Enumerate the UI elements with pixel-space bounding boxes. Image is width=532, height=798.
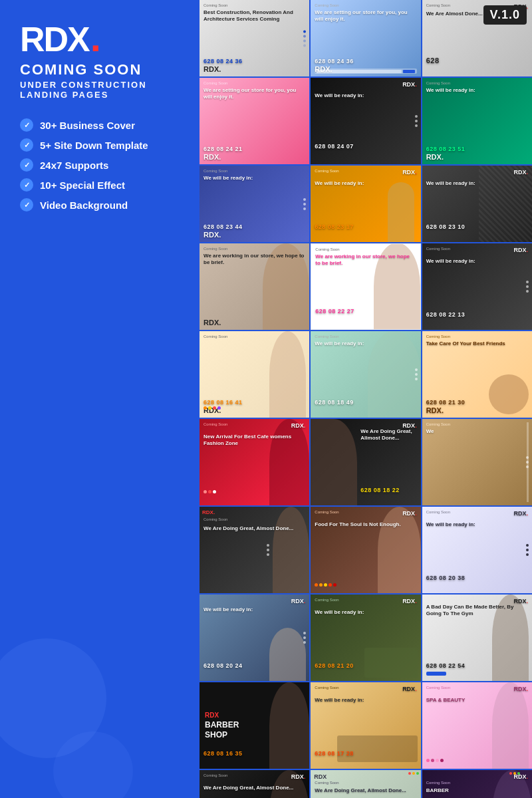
brand-logo: RDX. [20, 19, 180, 57]
thumb-title-9: We will be ready in: [426, 180, 528, 187]
thumb-counter-11: 628 08 22 27 [315, 308, 354, 315]
thumb-coming-3: Coming Soon [426, 3, 450, 7]
subtitle-line2: UNDER CONSTRUCTION [20, 80, 180, 90]
thumb-counter-3: 628 [426, 57, 440, 65]
thumb-brand-10: RDX. [203, 319, 221, 327]
thumb-counter-5: 628 08 24 07 [315, 143, 354, 150]
thumbnail-5[interactable]: RDX. We will be ready in: 628 08 24 07 [311, 78, 420, 164]
rdx-logo-8: RDX. [402, 169, 417, 176]
thumb-coming-2: Coming Soon [315, 3, 338, 7]
feature-item-5: ✓ Video Background [20, 198, 180, 211]
thumb-title-19: We Are Doing Great, Almost Done... [203, 525, 305, 532]
thumbnail-8[interactable]: RDX. Coming Soon We will be ready in: 62… [311, 166, 420, 242]
thumb-counter-14: 628 08 18 49 [315, 399, 354, 406]
thumb-title-11: We are working in our store, we hope to … [315, 253, 416, 267]
thumb-counter-12: 628 08 22 13 [426, 311, 466, 318]
feature-item-1: ✓ 30+ Business Cover [20, 118, 180, 132]
subtitle-line3: LANDING PAGES [20, 90, 180, 100]
feature-label-5: Video Background [40, 200, 128, 211]
thumbnail-15[interactable]: Coming Soon Take Care Of Your Best Frien… [422, 331, 532, 418]
circles-27 [426, 759, 444, 762]
thumbnail-4[interactable]: Coming Soon We are setting our store for… [200, 78, 309, 164]
thumb-brand-15: RDX. [426, 406, 444, 414]
thumbnail-25[interactable]: RDX BARBERSHOP 628 08 16 35 [200, 682, 309, 769]
thumbnail-19[interactable]: RDX. Coming Soon We Are Doing Great, Alm… [200, 507, 309, 593]
side-dots-5 [415, 115, 418, 127]
thumbnail-26[interactable]: RDX. Coming Soon We will be ready in: 62… [311, 682, 420, 769]
grid-wrapper: Coming Soon Best Construction, Renovatio… [200, 0, 532, 798]
thumb-title-10: We are working in our store, we hope to … [203, 253, 305, 267]
side-dots-14 [415, 368, 418, 380]
rdx-logo-26: RDX. [402, 686, 417, 692]
rdx-logo-22: RDX. [291, 598, 306, 604]
side-dots-18 [526, 456, 529, 468]
thumbnail-1[interactable]: Coming Soon Best Construction, Renovatio… [200, 0, 309, 76]
thumbnail-27[interactable]: RDX. Coming Soon SPA & BEAUTY [422, 682, 532, 769]
feature-item-3: ✓ 24x7 Supports [20, 158, 180, 172]
thumb-title-6: We will be ready in: [426, 87, 528, 94]
thumb-coming-29: Coming Soon [315, 781, 338, 785]
thumb-counter-23: 628 08 21 20 [315, 662, 354, 669]
thumb-title-7: We will be ready in: [203, 175, 305, 182]
thumbnail-20[interactable]: RDX. Coming Soon Food For The Soul Is No… [311, 507, 420, 593]
thumb-coming-23: Coming Soon [315, 598, 338, 602]
thumb-title-24: A Bad Day Can Be Made Better, By Going T… [426, 604, 528, 618]
thumbnail-13[interactable]: Coming Soon 628 08 16 41 RDX. [200, 331, 309, 418]
thumbnail-23[interactable]: RDX. Coming Soon We will be ready in: 62… [311, 595, 420, 681]
rdx-logo-9: RDX. [513, 169, 528, 176]
thumb-counter-6: 628 08 23 51 [426, 146, 466, 152]
thumb-brand-1: RDX. [203, 65, 221, 73]
thumb-brand-7: RDX. [203, 231, 221, 239]
thumb-title-12: We will be ready in: [426, 258, 528, 265]
thumbnail-30[interactable]: RDX. Coming Soon BARBER 628 08 15 43 [422, 770, 532, 798]
barber-rdx-25: RDX [205, 712, 304, 719]
thumb-coming-11: Coming Soon [315, 247, 339, 251]
thumb-counter-17: 628 08 18 22 [360, 487, 400, 493]
feature-item-2: ✓ 5+ Site Down Template [20, 138, 180, 152]
thumb-title-16: New Arrival For Best Cafe womens Fashion… [203, 434, 305, 448]
thumb-title-18: We [426, 428, 528, 435]
thumb-counter-2: 628 08 24 36 [315, 58, 354, 65]
feature-label-4: 10+ Special Effect [40, 180, 125, 191]
thumb-title-27: SPA & BEAUTY [426, 697, 528, 704]
thumb-title-15: Take Care Of Your Best Friends [426, 340, 528, 347]
circles-row-13 [203, 406, 221, 410]
thumb-coming-21: Coming Soon [426, 510, 450, 514]
thumb-coming-7: Coming Soon [203, 169, 227, 173]
thumb-counter-9: 628 08 23 10 [426, 223, 466, 230]
thumb-coming-6: Coming Soon [426, 81, 450, 85]
thumbnail-12[interactable]: RDX. Coming Soon We will be ready in: 62… [422, 243, 532, 330]
thumb-title-14: We will be ready in: [315, 340, 416, 347]
brand-dot: . [90, 19, 100, 57]
thumbnail-9[interactable]: RDX. We will be ready in: 628 08 23 10 [422, 166, 532, 242]
thumb-title-20: Food For The Soul Is Not Enough. [315, 521, 416, 528]
rdx-logo-27: RDX. [513, 686, 528, 692]
thumbnail-16[interactable]: RDX. Coming Soon New Arrival For Best Ca… [200, 419, 309, 505]
thumb-coming-18: Coming Soon [426, 422, 450, 426]
thumbnail-7[interactable]: Coming Soon We will be ready in: 628 08 … [200, 166, 309, 242]
rdx-label-19: RDX. [202, 509, 215, 515]
thumb-title-2: We are setting our store for you, you wi… [315, 9, 416, 23]
thumb-counter-7: 628 08 23 44 [203, 223, 243, 230]
thumbnail-28[interactable]: RDX. Coming Soon We Are Doing Great, Alm… [200, 770, 309, 798]
thumbnail-14[interactable]: Coming Soon We will be ready in: 628 08 … [311, 331, 420, 418]
thumb-title-29: We Are Doing Great, Allmost Done... [315, 787, 416, 794]
thumbnail-29[interactable]: RDX Coming Soon We Are Doing Great, Allm… [311, 770, 420, 798]
thumbnail-21[interactable]: RDX. Coming Soon We will be ready in: 62… [422, 507, 532, 593]
thumbnail-22[interactable]: RDX. We will be ready in: 628 08 20 24 [200, 595, 309, 681]
thumbnail-11[interactable]: Coming Soon We are working in our store,… [311, 243, 420, 330]
thumb-title-30: BARBER [426, 787, 528, 794]
thumb-title-23: We will be ready in: [315, 609, 416, 616]
rdx-logo-12: RDX. [513, 247, 528, 253]
thumb-brand-4: RDX. [203, 153, 221, 161]
thumbnail-6[interactable]: Coming Soon We will be ready in: 628 08 … [422, 78, 532, 164]
thumbnail-2[interactable]: Coming Soon We are setting our store for… [311, 0, 420, 76]
check-icon-3: ✓ [20, 158, 33, 172]
thumbnail-24[interactable]: A Bad Day Can Be Made Better, By Going T… [422, 595, 532, 681]
thumbnail-17[interactable]: RDX. We Are Doing Great, Allmost Done...… [311, 419, 420, 505]
thumb-coming-19: Coming Soon [203, 517, 227, 521]
thumbnail-18[interactable]: Coming Soon We [422, 419, 532, 505]
thumb-counter-13: 628 08 16 41 [203, 399, 243, 406]
thumb-counter-4: 628 08 24 21 [203, 146, 243, 152]
thumbnail-10[interactable]: Coming Soon We are working in our store,… [200, 243, 309, 330]
